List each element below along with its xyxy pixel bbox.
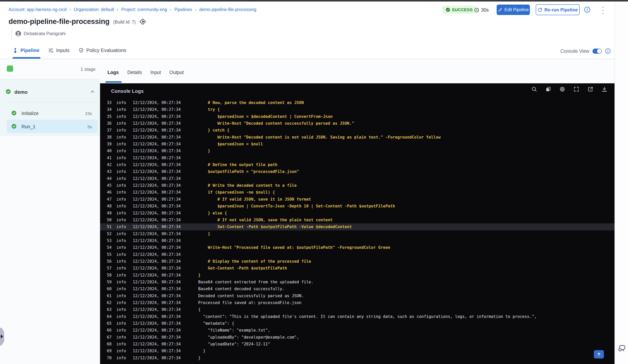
tab-policy-evaluations[interactable]: Policy Evaluations bbox=[78, 47, 126, 53]
breadcrumb-item[interactable]: Organization: default bbox=[74, 7, 114, 12]
log-row[interactable]: 43info12/12/2024, 00:27:34 $outputFilePa… bbox=[100, 168, 615, 175]
log-tab-input[interactable]: Input bbox=[150, 70, 161, 75]
console-view-info-icon[interactable] bbox=[605, 48, 611, 54]
rerun-pipeline-button[interactable]: Re-run Pipeline bbox=[536, 4, 580, 15]
log-row[interactable]: 52info12/12/2024, 00:27:34 } bbox=[100, 230, 615, 237]
line-number: 58 bbox=[100, 272, 112, 279]
log-row[interactable]: 60info12/12/2024, 00:27:34Base64 content… bbox=[100, 286, 615, 292]
log-row[interactable]: 67info12/12/2024, 00:27:34 "uploadedBy":… bbox=[100, 334, 615, 341]
log-message: if ($parsedJson -ne $null) { bbox=[198, 189, 275, 196]
log-tab-details[interactable]: Details bbox=[127, 70, 142, 75]
log-row[interactable]: 39info12/12/2024, 00:27:34 $parsedJson =… bbox=[100, 141, 615, 147]
stage-group-name: demo bbox=[14, 89, 27, 95]
log-tab-logs[interactable]: Logs bbox=[107, 70, 119, 75]
log-row[interactable]: 57info12/12/2024, 00:27:34 Get-Content -… bbox=[100, 265, 615, 272]
log-row[interactable]: 50info12/12/2024, 00:27:34 # If not vali… bbox=[100, 217, 615, 223]
active-tab-underline bbox=[12, 57, 40, 59]
log-timestamp: 12/12/2024, 00:27:34 bbox=[133, 168, 181, 175]
log-row[interactable]: 46info12/12/2024, 00:27:34 if ($parsedJs… bbox=[100, 189, 615, 196]
log-row[interactable]: 36info12/12/2024, 00:27:34 Write-Host "D… bbox=[100, 120, 615, 127]
log-row[interactable]: 51info12/12/2024, 00:27:34 Set-Content -… bbox=[100, 223, 615, 230]
log-row[interactable]: 58info12/12/2024, 00:27:34} bbox=[100, 272, 615, 279]
line-number: 44 bbox=[100, 175, 112, 182]
line-number: 34 bbox=[100, 106, 112, 113]
step-initialize[interactable]: Initialize23s bbox=[7, 107, 98, 119]
log-row[interactable]: 42info12/12/2024, 00:27:34 # Define the … bbox=[100, 161, 615, 168]
stage-panel: 1 stage demo Initialize23sRun_15s bbox=[0, 59, 100, 364]
log-level: info bbox=[116, 99, 126, 106]
log-row[interactable]: 49info12/12/2024, 00:27:34 } else { bbox=[100, 210, 615, 217]
log-row[interactable]: 55info12/12/2024, 00:27:34 bbox=[100, 251, 615, 258]
log-timestamp: 12/12/2024, 00:27:34 bbox=[133, 306, 181, 313]
log-row[interactable]: 66info12/12/2024, 00:27:34 "fileName": "… bbox=[100, 327, 615, 334]
line-number: 60 bbox=[100, 286, 112, 292]
breadcrumb-item[interactable]: demo-pipeline-file-processing bbox=[199, 7, 256, 12]
log-row[interactable]: 34info12/12/2024, 00:27:34 try { bbox=[100, 106, 615, 113]
breadcrumb-separator: › bbox=[195, 7, 196, 12]
breadcrumb: Account: app-harness-ng-cicd›Organizatio… bbox=[8, 7, 256, 12]
log-message: Processed file saved at: processedFile.j… bbox=[198, 299, 302, 306]
log-row[interactable]: 38info12/12/2024, 00:27:34 Write-Host "D… bbox=[100, 134, 615, 141]
log-level: info bbox=[116, 210, 126, 217]
log-row[interactable]: 33info12/12/2024, 00:27:34 # Now, parse … bbox=[100, 99, 615, 106]
breadcrumb-item[interactable]: Pipelines bbox=[174, 7, 192, 12]
open-in-new-icon[interactable] bbox=[588, 86, 593, 92]
log-row[interactable]: 70info12/12/2024, 00:27:34} bbox=[100, 355, 615, 361]
line-number: 45 bbox=[100, 182, 112, 189]
rerun-pipeline-label: Re-run Pipeline bbox=[544, 7, 578, 12]
log-tab-output[interactable]: Output bbox=[169, 70, 184, 75]
log-row[interactable]: 47info12/12/2024, 00:27:34 # If valid JS… bbox=[100, 196, 615, 203]
log-row[interactable]: 41info12/12/2024, 00:27:34 bbox=[100, 154, 615, 161]
log-row[interactable]: 44info12/12/2024, 00:27:34 bbox=[100, 175, 615, 182]
log-row[interactable]: 56info12/12/2024, 00:27:34 # Display the… bbox=[100, 258, 615, 265]
log-timestamp: 12/12/2024, 00:27:34 bbox=[133, 348, 181, 354]
more-options-menu-icon[interactable] bbox=[599, 6, 607, 15]
breadcrumb-item[interactable]: Project: community-eng bbox=[121, 7, 167, 12]
log-level: info bbox=[116, 279, 126, 286]
caret-right-icon bbox=[1, 335, 3, 338]
log-row[interactable]: 37info12/12/2024, 00:27:34 } catch { bbox=[100, 127, 615, 134]
copy-icon[interactable] bbox=[546, 86, 551, 92]
line-number: 37 bbox=[100, 127, 112, 134]
log-row[interactable]: 64info12/12/2024, 00:27:34 "content": "T… bbox=[100, 313, 615, 320]
fullscreen-icon[interactable] bbox=[573, 86, 579, 92]
tab-inputs[interactable]: Inputs bbox=[48, 47, 70, 53]
search-icon[interactable] bbox=[531, 86, 537, 92]
log-row[interactable]: 35info12/12/2024, 00:27:34 $parsedJson =… bbox=[100, 113, 615, 120]
chevron-up-icon[interactable] bbox=[90, 89, 95, 94]
tab-pipeline[interactable]: Pipeline bbox=[12, 47, 39, 53]
log-row[interactable]: 53info12/12/2024, 00:27:34 bbox=[100, 237, 615, 244]
log-message: $parsedJson | ConvertTo-Json -Depth 10 |… bbox=[198, 203, 395, 210]
log-row[interactable]: 48info12/12/2024, 00:27:34 $parsedJson |… bbox=[100, 203, 615, 210]
log-row[interactable]: 65info12/12/2024, 00:27:34 "metadata": { bbox=[100, 320, 615, 327]
log-timestamp: 12/12/2024, 00:27:34 bbox=[133, 175, 181, 182]
settings-icon[interactable] bbox=[559, 86, 565, 92]
console-view-toggle[interactable] bbox=[593, 49, 602, 54]
pipeline-icon bbox=[12, 48, 18, 53]
log-timestamp: 12/12/2024, 00:27:34 bbox=[133, 223, 181, 230]
log-row[interactable]: 69info12/12/2024, 00:27:34 } bbox=[100, 348, 615, 354]
scroll-to-top-button[interactable] bbox=[594, 350, 604, 359]
log-row[interactable]: 62info12/12/2024, 00:27:34Processed file… bbox=[100, 299, 615, 306]
log-row[interactable]: 54info12/12/2024, 00:27:34 Write-Host "P… bbox=[100, 244, 615, 251]
line-number: 36 bbox=[100, 120, 112, 127]
edit-pipeline-button[interactable]: Edit Pipeline bbox=[497, 4, 530, 15]
log-timestamp: 12/12/2024, 00:27:34 bbox=[133, 120, 181, 127]
stage-group-demo[interactable]: demo bbox=[0, 86, 100, 97]
log-timestamp: 12/12/2024, 00:27:34 bbox=[133, 134, 181, 141]
breadcrumb-item[interactable]: Account: app-harness-ng-cicd bbox=[8, 7, 67, 12]
log-row[interactable]: 59info12/12/2024, 00:27:34Base64 content… bbox=[100, 279, 615, 286]
log-row[interactable]: 68info12/12/2024, 00:27:34 "uploadDate":… bbox=[100, 341, 615, 348]
log-level: info bbox=[116, 286, 126, 292]
log-row[interactable]: 40info12/12/2024, 00:27:34 } bbox=[100, 147, 615, 154]
log-level: info bbox=[116, 154, 126, 161]
log-row[interactable]: 61info12/12/2024, 00:27:34Decoded conten… bbox=[100, 292, 615, 299]
log-level: info bbox=[116, 113, 126, 120]
step-run_1[interactable]: Run_15s bbox=[7, 120, 98, 133]
log-row[interactable]: 63info12/12/2024, 00:27:34{ bbox=[100, 306, 615, 313]
log-row[interactable]: 45info12/12/2024, 00:27:34 # Write the d… bbox=[100, 182, 615, 189]
log-level: info bbox=[116, 272, 126, 279]
help-chat-icon[interactable] bbox=[617, 344, 626, 353]
download-icon[interactable] bbox=[602, 86, 607, 92]
rerun-info-icon[interactable] bbox=[584, 6, 590, 13]
